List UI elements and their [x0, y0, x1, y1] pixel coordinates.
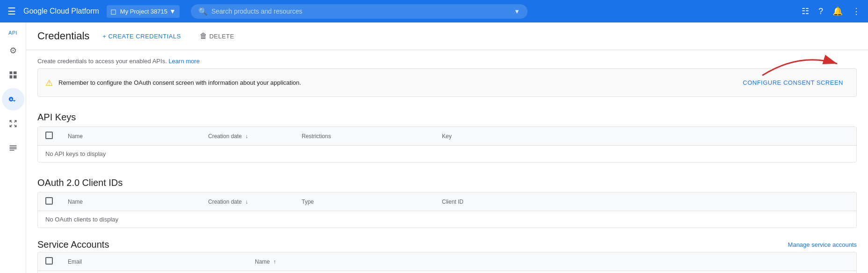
- service-accounts-table: Email Name ↑ No service accounts to disp…: [38, 252, 856, 273]
- sidebar-item-quotas[interactable]: [2, 137, 24, 159]
- api-keys-section: API Keys Name Creation date: [26, 104, 868, 162]
- api-keys-creation-header: Creation date: [208, 133, 242, 140]
- sidebar-item-settings[interactable]: ⚙: [2, 39, 24, 62]
- page-description: Create credentials to access your enable…: [26, 50, 868, 68]
- sa-sort-icon: ↑: [273, 258, 276, 265]
- service-accounts-table-container: Email Name ↑ No service accounts to disp…: [37, 252, 857, 273]
- sa-empty-row: No service accounts to display: [38, 271, 856, 273]
- sa-email-col: Email: [60, 252, 247, 271]
- sidebar-api-label: API: [7, 26, 19, 37]
- apps-icon[interactable]: ☷: [798, 2, 813, 20]
- svg-rect-3: [13, 75, 16, 79]
- api-keys-empty-row: No API keys to display: [38, 146, 856, 162]
- oauth-client-id-header: Client ID: [442, 199, 463, 205]
- service-accounts-section: Service Accounts Manage service accounts…: [26, 236, 868, 273]
- expand-icon[interactable]: ▼: [514, 8, 520, 15]
- menu-dots-icon[interactable]: ⋮: [848, 2, 864, 20]
- page-header: Credentials + CREATE CREDENTIALS 🗑 DELET…: [26, 22, 868, 50]
- sa-name-header: Name: [255, 258, 270, 265]
- help-icon[interactable]: ?: [815, 3, 827, 20]
- oauth-creation-col[interactable]: Creation date ↓: [201, 192, 294, 211]
- search-bar: 🔍 ▼: [191, 4, 528, 19]
- sa-select-all-checkbox[interactable]: [45, 257, 53, 265]
- oauth-title: OAuth 2.0 Client IDs: [37, 170, 857, 192]
- learn-more-link[interactable]: Learn more: [168, 58, 199, 65]
- sidebar: API ⚙: [0, 22, 26, 273]
- api-keys-restrictions-col: Restrictions: [294, 127, 434, 146]
- description-text: Create credentials to access your enable…: [37, 58, 167, 65]
- grid-icon: ◻: [110, 7, 116, 16]
- create-credentials-button[interactable]: + CREATE CREDENTIALS: [97, 29, 187, 44]
- api-keys-table-container: Name Creation date ↓ Restrictions Key: [37, 126, 857, 162]
- project-selector[interactable]: ◻ My Project 38715 ▼: [107, 5, 180, 18]
- api-keys-key-header: Key: [442, 133, 452, 140]
- oauth-client-id-col: Client ID: [434, 192, 856, 211]
- api-keys-restrictions-header: Restrictions: [302, 133, 331, 140]
- project-name: My Project 38715: [120, 8, 167, 15]
- search-icon: 🔍: [198, 7, 208, 16]
- delete-label: DELETE: [209, 33, 234, 40]
- page-title: Credentials: [37, 30, 89, 42]
- service-accounts-header-row: Service Accounts Manage service accounts: [37, 236, 857, 252]
- hamburger-icon[interactable]: ☰: [4, 2, 20, 21]
- alert-message: Remember to configure the OAuth consent …: [58, 79, 731, 86]
- sa-email-header: Email: [68, 258, 82, 265]
- delete-button[interactable]: 🗑 DELETE: [194, 28, 240, 44]
- sidebar-item-keys[interactable]: [2, 88, 24, 111]
- svg-rect-1: [13, 72, 16, 74]
- api-keys-empty-message: No API keys to display: [38, 146, 856, 162]
- nav-right: ☷ ? 🔔 ⋮: [798, 2, 864, 20]
- main-layout: API ⚙ Credentials + CREATE CREDENTIALS 🗑…: [0, 22, 868, 273]
- sa-select-all-col: [38, 252, 60, 271]
- api-keys-table: Name Creation date ↓ Restrictions Key: [38, 127, 856, 162]
- sa-empty-message: No service accounts to display: [38, 271, 856, 273]
- create-credentials-label: + CREATE CREDENTIALS: [102, 33, 181, 40]
- api-keys-key-col: Key: [434, 127, 856, 146]
- configure-consent-button[interactable]: CONFIGURE CONSENT SCREEN: [737, 75, 849, 90]
- oauth-creation-header: Creation date: [208, 199, 242, 205]
- sidebar-item-dashboard[interactable]: [2, 64, 24, 86]
- sidebar-item-endpoints[interactable]: [2, 112, 24, 135]
- notifications-icon[interactable]: 🔔: [829, 2, 846, 20]
- oauth-type-col: Type: [294, 192, 434, 211]
- svg-rect-2: [9, 75, 12, 79]
- alert-banner: ⚠ Remember to configure the OAuth consen…: [37, 68, 857, 97]
- oauth-table: Name Creation date ↓ Type Client ID: [38, 192, 856, 228]
- warning-icon: ⚠: [45, 78, 53, 88]
- api-keys-name-col: Name: [60, 127, 201, 146]
- nav-left: ☰ Google Cloud Platform ◻ My Project 387…: [4, 2, 180, 21]
- oauth-name-col: Name: [60, 192, 201, 211]
- oauth-section: OAuth 2.0 Client IDs Name Creation d: [26, 170, 868, 228]
- oauth-type-header: Type: [302, 199, 314, 205]
- oauth-select-all-checkbox[interactable]: [45, 197, 53, 205]
- api-keys-select-all-col: [38, 127, 60, 146]
- oauth-name-header: Name: [68, 199, 83, 205]
- oauth-table-container: Name Creation date ↓ Type Client ID: [37, 192, 857, 228]
- svg-rect-0: [9, 72, 12, 74]
- api-keys-sort-icon: ↓: [245, 133, 248, 140]
- main-content: Credentials + CREATE CREDENTIALS 🗑 DELET…: [26, 22, 868, 273]
- oauth-empty-message: No OAuth clients to display: [38, 211, 856, 228]
- api-keys-title: API Keys: [37, 104, 857, 126]
- search-input[interactable]: [211, 7, 510, 15]
- api-keys-select-all-checkbox[interactable]: [45, 132, 53, 139]
- api-keys-creation-col[interactable]: Creation date ↓: [201, 127, 294, 146]
- oauth-sort-icon: ↓: [245, 199, 248, 205]
- top-navigation: ☰ Google Cloud Platform ◻ My Project 387…: [0, 0, 868, 22]
- service-accounts-title: Service Accounts: [37, 239, 109, 250]
- delete-icon: 🗑: [200, 32, 208, 40]
- oauth-empty-row: No OAuth clients to display: [38, 211, 856, 228]
- chevron-down-icon: ▼: [169, 7, 176, 15]
- manage-service-accounts-link[interactable]: Manage service accounts: [788, 241, 857, 248]
- sa-name-col[interactable]: Name ↑: [247, 252, 856, 271]
- oauth-select-all-col: [38, 192, 60, 211]
- brand-name: Google Cloud Platform: [23, 7, 99, 15]
- api-keys-name-header: Name: [68, 133, 83, 140]
